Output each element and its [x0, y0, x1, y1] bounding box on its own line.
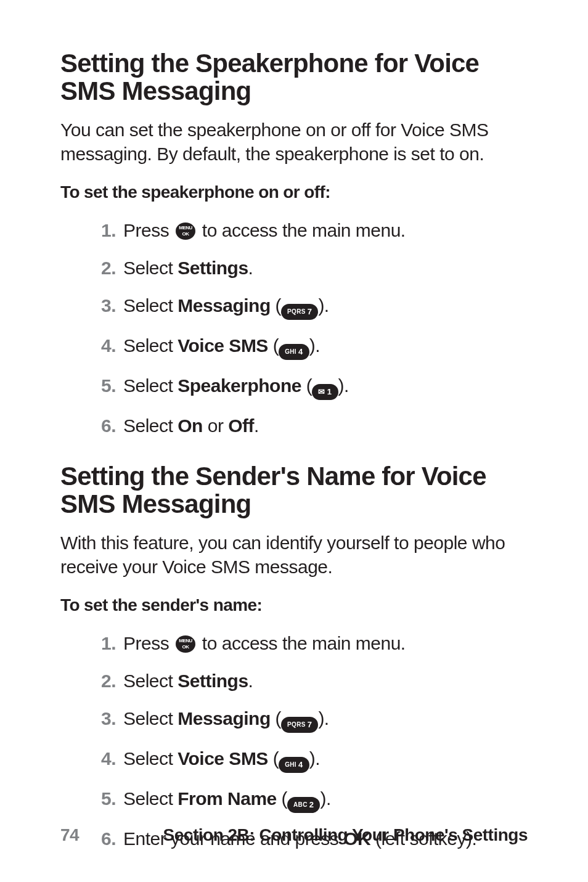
key-1-icon: ✉1: [312, 384, 338, 400]
step-text: or: [203, 415, 228, 436]
subhead-sender-name: To set the sender's name:: [60, 595, 528, 615]
step-item: 1. Press MENUOK to access the main menu.: [85, 631, 528, 655]
step-item: 1. Press MENUOK to access the main menu.: [85, 218, 528, 242]
step-bold: Messaging: [178, 295, 271, 316]
step-bold: Settings: [178, 671, 248, 691]
step-number: 4.: [85, 333, 116, 357]
heading-sender-name: Setting the Sender's Name for Voice SMS …: [60, 462, 528, 518]
step-text: Press: [123, 633, 174, 653]
step-text: (: [271, 708, 281, 729]
step-text: ).: [318, 708, 329, 729]
svg-text:MENU: MENU: [179, 225, 192, 231]
heading-speakerphone: Setting the Speakerphone for Voice SMS M…: [60, 49, 528, 105]
step-text: Select: [123, 335, 178, 356]
page-number: 74: [60, 825, 79, 845]
step-text: ).: [309, 748, 320, 769]
step-text: Select: [123, 258, 178, 278]
step-item: 6. Select On or Off.: [85, 414, 528, 438]
step-text: Select: [123, 295, 178, 316]
step-bold: Settings: [178, 258, 248, 278]
step-text: Select: [123, 748, 178, 769]
step-item: 3. Select Messaging (PQRS7).: [85, 706, 528, 733]
step-number: 2.: [85, 256, 116, 280]
body-sender-name: With this feature, you can identify your…: [60, 531, 528, 579]
step-text: (: [301, 375, 312, 396]
step-text: Select: [123, 788, 178, 809]
svg-text:OK: OK: [182, 231, 190, 237]
step-text: ).: [318, 295, 329, 316]
menu-ok-icon: MENUOK: [175, 222, 196, 240]
step-item: 5. Select From Name (ABC2).: [85, 786, 528, 813]
step-item: 5. Select Speakerphone (✉1).: [85, 374, 528, 400]
step-text: to access the main menu.: [197, 220, 406, 240]
steps-speakerphone: 1. Press MENUOK to access the main menu.…: [60, 218, 528, 438]
step-number: 1.: [85, 218, 116, 242]
step-text: (: [277, 788, 287, 809]
step-text: Select: [123, 671, 178, 691]
body-speakerphone: You can set the speakerphone on or off f…: [60, 118, 528, 166]
step-text: .: [254, 415, 259, 436]
step-bold: Voice SMS: [178, 748, 268, 769]
steps-sender-name: 1. Press MENUOK to access the main menu.…: [60, 631, 528, 851]
svg-text:MENU: MENU: [179, 638, 192, 643]
step-bold: From Name: [178, 788, 277, 809]
key-7-icon: PQRS7: [281, 304, 318, 320]
step-text: .: [248, 258, 253, 278]
step-text: .: [248, 671, 253, 691]
step-item: 3. Select Messaging (PQRS7).: [85, 293, 528, 320]
step-item: 2. Select Settings.: [85, 669, 528, 693]
step-bold: Speakerphone: [178, 375, 301, 396]
step-item: 2. Select Settings.: [85, 256, 528, 280]
step-text: ).: [309, 335, 320, 356]
step-text: Select: [123, 375, 178, 396]
step-item: 4. Select Voice SMS (GHI4).: [85, 746, 528, 773]
step-number: 5.: [85, 786, 116, 811]
step-item: 4. Select Voice SMS (GHI4).: [85, 333, 528, 360]
key-7-icon: PQRS7: [281, 717, 318, 733]
step-text: Press: [123, 220, 174, 240]
step-bold: Voice SMS: [178, 335, 268, 356]
page-footer: 74 Section 2B: Controlling Your Phone's …: [60, 825, 528, 845]
step-text: Select: [123, 708, 178, 729]
step-text: (: [268, 335, 279, 356]
step-number: 4.: [85, 746, 116, 770]
key-4-icon: GHI4: [279, 757, 309, 773]
svg-text:OK: OK: [182, 644, 190, 650]
step-bold: Off: [228, 415, 254, 436]
key-4-icon: GHI4: [279, 344, 309, 360]
step-number: 2.: [85, 669, 116, 693]
step-bold: On: [178, 415, 203, 436]
section-label: Section 2B: Controlling Your Phone's Set…: [163, 825, 528, 845]
step-text: (: [268, 748, 279, 769]
step-number: 6.: [85, 414, 116, 438]
step-number: 3.: [85, 706, 116, 730]
step-text: ).: [320, 788, 330, 809]
step-text: (: [271, 295, 281, 316]
menu-ok-icon: MENUOK: [175, 635, 196, 653]
step-text: ).: [338, 375, 349, 396]
step-text: to access the main menu.: [197, 633, 406, 653]
step-number: 5.: [85, 374, 116, 398]
step-number: 3.: [85, 293, 116, 317]
subhead-speakerphone: To set the speakerphone on or off:: [60, 182, 528, 202]
step-text: Select: [123, 415, 178, 436]
step-number: 1.: [85, 631, 116, 655]
step-bold: Messaging: [178, 708, 271, 729]
key-2-icon: ABC2: [287, 797, 320, 813]
